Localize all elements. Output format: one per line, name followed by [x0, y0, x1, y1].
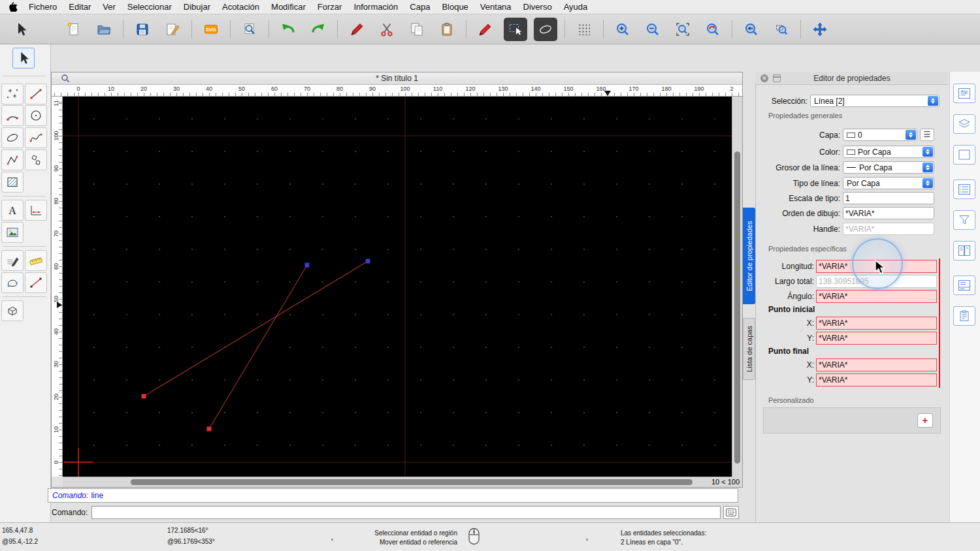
zoom-auto-button[interactable] [671, 18, 694, 41]
select-entities-button[interactable] [504, 18, 527, 41]
command-history: Comando: line [48, 488, 738, 503]
new-file-button[interactable] [62, 18, 86, 41]
image-tool-button[interactable] [1, 222, 24, 243]
end-x-input[interactable] [816, 358, 937, 371]
selection-dropdown[interactable]: Línea [2] [810, 95, 939, 107]
library-browser-panel-button[interactable] [953, 241, 975, 260]
svg-export-button[interactable]: SVG [199, 18, 223, 41]
point-tool-button[interactable] [1, 84, 24, 104]
layer-list-panel-button[interactable] [953, 114, 975, 134]
menu-item[interactable]: Dibujar [178, 2, 216, 12]
zoom-window-button[interactable] [770, 18, 793, 41]
dimension-tool-button[interactable] [25, 200, 47, 221]
cut-button[interactable] [375, 18, 399, 41]
property-editor-title: Editor de propiedades [755, 74, 949, 83]
copy-button[interactable] [405, 18, 429, 41]
zoom-out-button[interactable] [641, 18, 664, 41]
menu-item[interactable]: Seleccionar [122, 2, 178, 12]
polygon-tool-button[interactable] [25, 150, 47, 170]
start-y-input[interactable] [816, 332, 937, 345]
box3d-tool-button[interactable] [1, 300, 24, 321]
horizontal-scrollbar[interactable] [63, 477, 732, 487]
menu-item[interactable]: Ayuda [558, 2, 594, 12]
filter-panel-button[interactable] [953, 210, 975, 230]
menu-item[interactable]: Bloque [436, 2, 474, 12]
angle-input[interactable] [816, 290, 937, 303]
layer-menu-button[interactable]: ☰ [920, 129, 934, 141]
add-custom-property-button[interactable]: + [917, 413, 933, 428]
menu-item[interactable]: Fichero [23, 2, 63, 12]
menu-item[interactable]: Diverso [517, 2, 558, 12]
command-history-panel-button[interactable] [953, 276, 975, 295]
menu-item[interactable]: Ventana [474, 2, 517, 12]
redline-tool-button[interactable] [25, 272, 47, 293]
layer-dropdown[interactable]: 0 [843, 129, 917, 141]
ruler-label: 11 [53, 97, 59, 110]
delete-entity-button[interactable] [345, 18, 368, 41]
grid-toggle-button[interactable] [572, 18, 596, 41]
menu-item[interactable]: Forzar [312, 2, 348, 12]
menu-item[interactable]: Modificar [265, 2, 312, 12]
document-titlebar[interactable]: * Sin título 1 [52, 72, 742, 85]
properties-panel-button[interactable] [953, 84, 975, 103]
block-list-panel-button[interactable] [953, 145, 975, 165]
arc-tool-button[interactable] [1, 105, 24, 126]
spline-tool-button[interactable] [25, 127, 47, 148]
vertical-scrollbar[interactable] [732, 97, 742, 477]
drawing-canvas[interactable] [63, 97, 732, 477]
color-dropdown[interactable]: Por Capa [843, 146, 934, 158]
command-keyboard-button[interactable] [723, 506, 739, 519]
redo-button[interactable] [306, 18, 330, 41]
menu-item[interactable]: Información [348, 2, 404, 12]
edit-drawing-button[interactable] [161, 18, 184, 41]
tab-layer-list[interactable]: Lista de capas [743, 318, 755, 380]
tab-property-editor[interactable]: Editor de propiedades [743, 208, 755, 304]
circle-tool-button[interactable] [25, 105, 47, 126]
start-x-input[interactable] [816, 317, 937, 330]
text-tool-button[interactable]: A [1, 200, 24, 221]
measure-tool-button[interactable] [25, 250, 47, 271]
document-zoom-icon [61, 74, 70, 83]
zoom-previous-button[interactable] [740, 18, 763, 41]
view-list-panel-button[interactable] [953, 180, 975, 199]
pointer-tool-button[interactable] [12, 48, 35, 69]
save-file-button[interactable] [131, 18, 154, 41]
vertical-scrollbar-thumb[interactable] [734, 151, 740, 464]
linetype-scale-input[interactable] [843, 192, 934, 204]
clipboard-panel-button[interactable] [953, 306, 975, 326]
line-tool-button[interactable] [25, 84, 47, 104]
close-panel-icon[interactable]: ✕ [760, 74, 768, 82]
zoom-redraw-button[interactable] [701, 18, 725, 41]
zoom-in-button[interactable] [611, 18, 634, 41]
hatch-edit-tool-button[interactable] [1, 250, 24, 271]
tool-palette: A [0, 44, 51, 522]
undo-button[interactable] [276, 18, 300, 41]
ruler-label: 20 [53, 390, 59, 404]
toolbar-separator [466, 20, 466, 39]
open-file-button[interactable] [92, 18, 116, 41]
relative-polar-coordinates: @96.1769<353° [167, 538, 215, 545]
command-input[interactable] [91, 506, 721, 519]
ellipse-tool-button[interactable] [1, 127, 24, 148]
menu-item[interactable]: Acotación [216, 2, 265, 12]
draw-ellipse-button[interactable] [534, 18, 557, 41]
lineweight-dropdown[interactable]: Por Capa [843, 161, 934, 174]
menu-item[interactable]: Editar [63, 2, 97, 12]
print-preview-button[interactable] [238, 18, 261, 41]
apple-menu-icon[interactable] [9, 2, 18, 12]
pan-button[interactable] [808, 18, 832, 41]
draw-pen-button[interactable] [474, 18, 497, 41]
menu-item[interactable]: Capa [404, 2, 436, 12]
hatch-tool-button[interactable] [1, 172, 24, 193]
polyline-tool-button[interactable] [1, 150, 24, 170]
draw-order-input[interactable] [843, 207, 934, 219]
horizontal-scrollbar-thumb[interactable] [131, 479, 693, 485]
menu-item[interactable]: Ver [97, 2, 122, 12]
ruler-label: 70 [299, 86, 315, 92]
paste-button[interactable] [435, 18, 459, 41]
linetype-dropdown[interactable]: Por Capa [843, 177, 934, 189]
dock-panel-icon[interactable] [773, 74, 781, 82]
end-y-input[interactable] [816, 373, 937, 386]
shape-tool-button[interactable] [1, 272, 24, 293]
selection-arrow-button[interactable] [9, 18, 33, 41]
